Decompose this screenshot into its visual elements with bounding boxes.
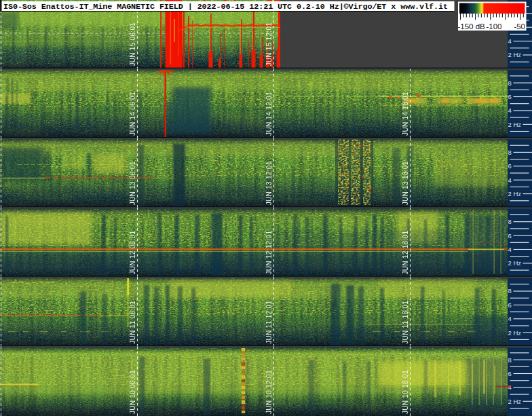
svg-text:6: 6 xyxy=(508,162,512,170)
svg-text:2 Hz: 2 Hz xyxy=(508,121,522,128)
svg-text:JUN 11 12:01: JUN 11 12:01 xyxy=(265,301,273,344)
svg-text:8: 8 xyxy=(508,287,512,295)
svg-text:JUN 15 06:01: JUN 15 06:01 xyxy=(129,22,136,67)
svg-text:JUN 10 06:01: JUN 10 06:01 xyxy=(129,370,136,414)
svg-text:2 Hz: 2 Hz xyxy=(508,190,522,197)
svg-text:JUN 14 06:01: JUN 14 06:01 xyxy=(129,92,136,136)
svg-text:6: 6 xyxy=(508,232,512,240)
svg-text:JUN 15 12:01: JUN 15 12:01 xyxy=(265,22,273,67)
svg-text:6: 6 xyxy=(508,301,512,309)
svg-text:JUN 12 06:01: JUN 12 06:01 xyxy=(129,231,136,275)
svg-text:IS0-Sos Enattos-IT_Mine MAGNET: IS0-Sos Enattos-IT_Mine MAGNETIC FIELD |… xyxy=(3,2,448,12)
svg-text:JUN 12 18:01: JUN 12 18:01 xyxy=(402,231,409,275)
svg-text:JUN 10 12:01: JUN 10 12:01 xyxy=(265,370,273,414)
svg-text:JUN 11 18:01: JUN 11 18:01 xyxy=(402,301,409,344)
svg-text:4: 4 xyxy=(508,107,512,114)
svg-text:-150 dB: -150 dB xyxy=(458,22,486,31)
svg-text:4: 4 xyxy=(508,383,512,391)
svg-text:JUN 10 18:01: JUN 10 18:01 xyxy=(402,370,409,414)
svg-text:8: 8 xyxy=(508,218,512,225)
svg-text:JUN 11 06:01: JUN 11 06:01 xyxy=(129,301,136,344)
svg-text:-50: -50 xyxy=(514,22,525,31)
svg-text:4: 4 xyxy=(508,176,512,184)
svg-text:-100: -100 xyxy=(487,22,502,31)
svg-text:4: 4 xyxy=(508,37,512,45)
svg-text:JUN 14 18:01: JUN 14 18:01 xyxy=(402,92,409,136)
svg-text:JUN 13 12:01: JUN 13 12:01 xyxy=(265,161,273,205)
svg-text:8: 8 xyxy=(508,79,512,87)
svg-text:JUN 13 06:01: JUN 13 06:01 xyxy=(129,161,136,205)
svg-text:6: 6 xyxy=(508,93,512,100)
svg-text:4: 4 xyxy=(508,315,512,322)
svg-text:8: 8 xyxy=(508,356,512,364)
svg-text:2 Hz: 2 Hz xyxy=(508,329,522,337)
svg-text:JUN 14 12:01: JUN 14 12:01 xyxy=(265,92,273,136)
svg-text:4: 4 xyxy=(508,246,512,253)
svg-text:2 Hz: 2 Hz xyxy=(508,398,522,405)
svg-text:2 Hz: 2 Hz xyxy=(508,259,522,267)
svg-text:8: 8 xyxy=(508,149,512,156)
svg-text:JUN 12 12:01: JUN 12 12:01 xyxy=(265,231,273,275)
svg-text:6: 6 xyxy=(508,370,512,377)
svg-text:JUN 13 18:01: JUN 13 18:01 xyxy=(402,161,409,205)
svg-text:2 Hz: 2 Hz xyxy=(508,51,522,58)
